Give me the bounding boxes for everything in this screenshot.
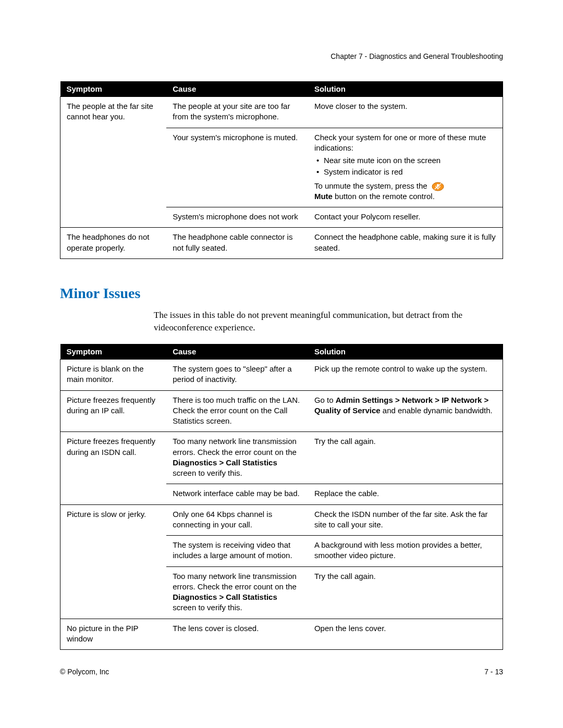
table-header-row: Symptom Cause Solution (60, 81, 503, 97)
table-row: Picture is blank on the main monitor. Th… (60, 360, 503, 391)
table-row: Picture freezes frequently during an ISD… (60, 432, 503, 484)
list-item: System indicator is red (324, 167, 496, 177)
col-symptom: Symptom (60, 81, 167, 97)
solution-outro-bold: Mute (314, 192, 333, 201)
col-solution: Solution (308, 81, 503, 97)
section-intro: The issues in this table do not prevent … (154, 309, 503, 335)
cause-pre: Too many network line transmission error… (173, 572, 297, 591)
section-title-minor-issues: Minor Issues (60, 285, 503, 302)
cause-cell: System's microphone does not work (166, 207, 308, 228)
mute-icon (432, 182, 444, 191)
solution-bullets: Near site mute icon on the screen System… (314, 155, 496, 178)
cause-bold: Diagnostics > Call Statistics (173, 458, 277, 467)
solution-post: and enable dynamic bandwidth. (381, 406, 493, 415)
solution-cell: Open the lens cover. (308, 619, 503, 650)
table-row: Picture is slow or jerky. Only one 64 Kb… (60, 504, 503, 536)
cause-cell: The system is receiving video that inclu… (166, 536, 308, 567)
cause-cell: Too many network line transmission error… (166, 432, 308, 484)
symptom-cell: The headphones do not operate properly. (60, 228, 167, 259)
solution-cell: Replace the cable. (308, 484, 503, 504)
cause-cell: Your system's microphone is muted. (166, 128, 308, 207)
cause-cell: Only one 64 Kbps channel is connecting i… (166, 504, 308, 536)
table-row: Picture freezes frequently during an IP … (60, 390, 503, 432)
cause-cell: There is too much traffic on the LAN. Ch… (166, 390, 308, 432)
symptom-cell: Picture freezes frequently during an ISD… (60, 432, 167, 504)
cause-cell: Too many network line transmission error… (166, 566, 308, 619)
cause-bold: Diagnostics > Call Statistics (173, 593, 277, 601)
symptom-cell: Picture is blank on the main monitor. (60, 360, 167, 391)
document-page: Chapter 7 - Diagnostics and General Trou… (0, 0, 563, 728)
list-item: Near site mute icon on the screen (324, 155, 496, 166)
col-cause: Cause (166, 81, 308, 97)
symptom-cell: The people at the far site cannot hear y… (60, 97, 167, 228)
solution-pre: Go to (314, 396, 336, 404)
troubleshoot-table-2: Symptom Cause Solution Picture is blank … (60, 344, 503, 650)
solution-outro: To unmute the system, press the (314, 181, 444, 201)
cause-cell: The system goes to "sleep" after a perio… (166, 360, 308, 391)
solution-cell: Move closer to the system. (308, 97, 503, 128)
table-header-row: Symptom Cause Solution (60, 344, 503, 360)
cause-pre: Too many network line transmission error… (173, 437, 297, 456)
solution-outro-pre: To unmute the system, press the (314, 181, 430, 190)
solution-cell: Try the call again. (308, 432, 503, 484)
symptom-cell: Picture freezes frequently during an IP … (60, 390, 167, 432)
cause-cell: The headphone cable connector is not ful… (166, 228, 308, 259)
troubleshoot-table-1: Symptom Cause Solution The people at the… (60, 81, 503, 259)
solution-cell: A background with less motion provides a… (308, 536, 503, 567)
col-cause: Cause (166, 344, 308, 360)
table-row: The people at the far site cannot hear y… (60, 97, 503, 128)
solution-cell: Contact your Polycom reseller. (308, 207, 503, 228)
chapter-header: Chapter 7 - Diagnostics and General Trou… (60, 52, 503, 60)
cause-cell: The lens cover is closed. (166, 619, 308, 650)
cause-post: screen to verify this. (173, 468, 242, 477)
footer-left: © Polycom, Inc (60, 668, 109, 676)
cause-cell: The people at your site are too far from… (166, 97, 308, 128)
col-symptom: Symptom (60, 344, 167, 360)
cause-post: screen to verify this. (173, 603, 242, 612)
table-row: The headphones do not operate properly. … (60, 228, 503, 259)
table-row: No picture in the PIP window The lens co… (60, 619, 503, 650)
symptom-cell: Picture is slow or jerky. (60, 504, 167, 619)
cause-cell: Network interface cable may be bad. (166, 484, 308, 504)
solution-cell: Go to Admin Settings > Network > IP Netw… (308, 390, 503, 432)
col-solution: Solution (308, 344, 503, 360)
solution-intro: Check your system for one or more of the… (314, 133, 486, 152)
footer-right: 7 - 13 (484, 668, 503, 676)
solution-cell: Try the call again. (308, 566, 503, 619)
solution-cell: Check the ISDN number of the far site. A… (308, 504, 503, 536)
solution-outro-post: button on the remote control. (333, 192, 435, 201)
solution-cell: Pick up the remote control to wake up th… (308, 360, 503, 391)
symptom-cell: No picture in the PIP window (60, 619, 167, 650)
solution-cell: Connect the headphone cable, making sure… (308, 228, 503, 259)
page-footer: © Polycom, Inc 7 - 13 (60, 668, 503, 676)
solution-cell: Check your system for one or more of the… (308, 128, 503, 207)
